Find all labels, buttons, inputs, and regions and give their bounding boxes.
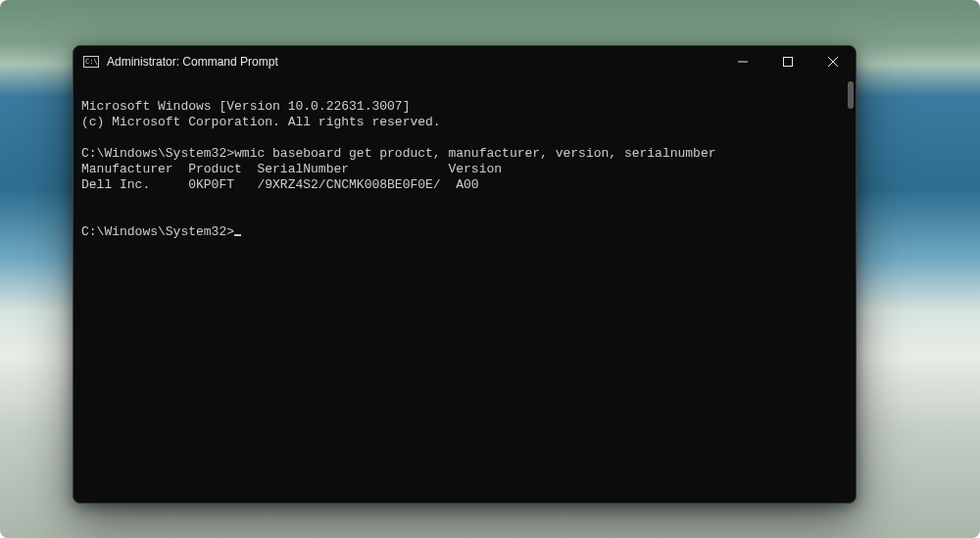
blank-line — [81, 193, 89, 208]
prompt-path: C:\Windows\System32> — [81, 146, 234, 161]
command-prompt-window: C:\ Administrator: Command Prompt Micros… — [73, 45, 857, 504]
close-button[interactable] — [810, 46, 856, 77]
window-title: Administrator: Command Prompt — [107, 55, 278, 69]
text-cursor — [234, 234, 241, 236]
terminal-area[interactable]: Microsoft Windows [Version 10.0.22631.30… — [74, 77, 856, 503]
svg-text:C:\: C:\ — [85, 58, 98, 66]
output-header-row: Manufacturer Product SerialNumber Versio… — [81, 162, 502, 176]
maximize-button[interactable] — [765, 46, 810, 77]
titlebar[interactable]: C:\ Administrator: Command Prompt — [74, 46, 856, 77]
desktop-wallpaper: GEERER C:\ Administrator: Command Prompt — [0, 0, 980, 538]
output-data-row: Dell Inc. 0KP0FT /9XRZ4S2/CNCMK008BE0F0E… — [81, 177, 479, 192]
blank-line — [81, 130, 89, 145]
os-version-line: Microsoft Windows [Version 10.0.22631.30… — [81, 99, 410, 114]
cmd-icon: C:\ — [83, 56, 99, 68]
prompt-line-1: C:\Windows\System32>wmic baseboard get p… — [81, 146, 716, 161]
scrollbar-thumb[interactable] — [848, 81, 854, 109]
copyright-line: (c) Microsoft Corporation. All rights re… — [81, 115, 441, 129]
prompt-path: C:\Windows\System32> — [81, 224, 234, 239]
blank-line — [81, 209, 89, 223]
minimize-button[interactable] — [720, 46, 765, 77]
svg-rect-3 — [784, 58, 793, 67]
prompt-command: wmic baseboard get product, manufacturer… — [234, 146, 715, 161]
prompt-line-2: C:\Windows\System32> — [81, 224, 241, 239]
